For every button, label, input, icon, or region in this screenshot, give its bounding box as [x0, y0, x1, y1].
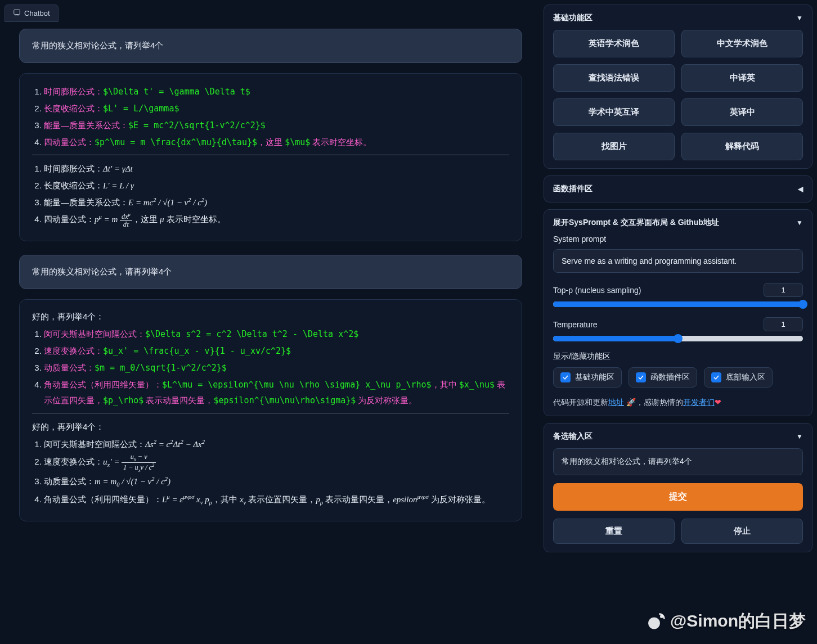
topp-slider: Top-p (nucleus sampling) 1 — [553, 283, 803, 307]
panel-header[interactable]: 函数插件区 ◀ — [553, 184, 803, 194]
panel-header[interactable]: 备选输入区 ▼ — [553, 431, 803, 442]
user-text: 常用的狭义相对论公式，请再列举4个 — [32, 267, 172, 276]
button-grid: 英语学术润色 中文学术润色 查找语法错误 中译英 学术中英互译 英译中 找图片 … — [553, 30, 803, 160]
bot-rendered-block: 好的，再列举4个： 闵可夫斯基时空间隔公式：Δs2 = c2Δt2 − Δx2 … — [32, 419, 509, 508]
repo-link[interactable]: 地址 — [608, 398, 624, 407]
formula-latex: $m = m_0/\sqrt{1-v^2/c^2}$ — [95, 363, 227, 373]
checkbox-label: 底部输入区 — [726, 372, 765, 382]
checkbox-icon — [711, 372, 721, 382]
formula-latex: $L' = L/\gamma$ — [103, 103, 179, 114]
formula-label: 长度收缩公式： — [44, 103, 103, 113]
fn-button[interactable]: 英语学术润色 — [553, 30, 675, 57]
formula-latex: $L^\mu = \epsilon^{\mu \nu \rho \sigma} … — [162, 380, 432, 390]
panel-title: 函数插件区 — [553, 184, 592, 194]
system-prompt-label: System prompt — [553, 235, 803, 244]
slider-track[interactable] — [553, 336, 803, 341]
chat-tab-label: Chatbot — [24, 9, 50, 17]
checkbox-icon — [636, 372, 646, 382]
formula-label: 动质量公式： — [44, 363, 95, 372]
fn-button[interactable]: 查找语法错误 — [553, 64, 675, 92]
checkbox-input[interactable]: 底部输入区 — [704, 367, 773, 388]
chat-pane: Chatbot 常用的狭义相对论公式，请列举4个 时间膨胀公式：$\Delta … — [5, 4, 537, 640]
plugin-panel: 函数插件区 ◀ — [544, 175, 812, 202]
checkbox-label: 函数插件区 — [650, 372, 690, 382]
bot-source-block: 时间膨胀公式：$\Delta t' = \gamma \Delta t$ 长度收… — [32, 84, 509, 155]
user-text: 常用的狭义相对论公式，请列举4个 — [32, 40, 163, 50]
bot-message: 好的，再列举4个： 闵可夫斯基时空间隔公式：$\Delta s^2 = c^2 … — [19, 299, 522, 521]
stop-button[interactable]: 停止 — [681, 519, 803, 544]
formula-latex: $u_x' = \frac{u_x - v}{1 - u_xv/c^2}$ — [103, 346, 291, 356]
rocket-icon: 🚀 — [626, 398, 636, 407]
chevron-left-icon: ◀ — [798, 185, 803, 193]
formula-label: 能量—质量关系公式： — [44, 120, 128, 130]
fn-button[interactable]: 英译中 — [681, 98, 803, 126]
chevron-down-icon: ▼ — [796, 433, 803, 440]
bot-source-block: 闵可夫斯基时空间隔公式：$\Delta s^2 = c^2 \Delta t^2… — [32, 326, 509, 413]
heart-icon: ❤ — [715, 398, 721, 407]
panel-title: 基础功能区 — [553, 13, 592, 23]
toggle-section-label: 显示/隐藏功能区 — [553, 352, 803, 362]
checkbox-label: 基础功能区 — [575, 372, 614, 382]
fn-button[interactable]: 学术中英互译 — [553, 98, 675, 126]
bot-message: 时间膨胀公式：$\Delta t' = \gamma \Delta t$ 长度收… — [19, 73, 522, 241]
submit-button[interactable]: 提交 — [553, 483, 803, 511]
temperature-slider: Temperature 1 — [553, 317, 803, 341]
formula-latex: $p^\mu = m \frac{dx^\mu}{d\tau}$ — [95, 137, 257, 147]
fn-button[interactable]: 解释代码 — [681, 133, 803, 160]
slider-label: Temperature — [553, 320, 598, 329]
panel-header[interactable]: 基础功能区 ▼ — [553, 13, 803, 23]
slider-fill — [553, 301, 803, 307]
svg-rect-0 — [14, 10, 20, 14]
formula-latex: $\Delta s^2 = c^2 \Delta t^2 - \Delta x^… — [145, 329, 358, 339]
slider-thumb[interactable] — [798, 300, 807, 309]
slider-label: Top-p (nucleus sampling) — [553, 286, 641, 295]
formula-label: 速度变换公式： — [44, 346, 103, 355]
reset-button[interactable]: 重置 — [553, 519, 675, 544]
fn-button[interactable]: 找图片 — [553, 133, 675, 160]
checkbox-plugin[interactable]: 函数插件区 — [629, 367, 697, 388]
formula-label: 闵可夫斯基时空间隔公式： — [44, 329, 145, 339]
system-prompt-input[interactable]: Serve me as a writing and programming as… — [553, 249, 803, 273]
fn-button[interactable]: 中文学术润色 — [681, 30, 803, 57]
slider-fill — [553, 336, 678, 341]
checkbox-basic[interactable]: 基础功能区 — [553, 367, 622, 388]
credits-line: 代码开源和更新地址 🚀，感谢热情的开发者们❤ — [553, 398, 803, 408]
formula-latex: $E = mc^2/\sqrt{1-v^2/c^2}$ — [128, 120, 266, 130]
basic-functions-panel: 基础功能区 ▼ 英语学术润色 中文学术润色 查找语法错误 中译英 学术中英互译 … — [544, 4, 812, 169]
chevron-down-icon: ▼ — [796, 219, 803, 227]
checkbox-icon — [560, 372, 571, 382]
chevron-down-icon: ▼ — [796, 14, 803, 22]
panel-title: 备选输入区 — [553, 431, 592, 442]
formula-label: 四动量公式： — [44, 137, 95, 147]
formula-label: 角动量公式（利用四维矢量）： — [44, 380, 162, 389]
formula-label: 时间膨胀公式： — [44, 87, 103, 96]
sysprompt-panel: 展开SysPrompt & 交互界面布局 & Github地址 ▼ System… — [544, 209, 812, 416]
chat-scroll[interactable]: 常用的狭义相对论公式，请列举4个 时间膨胀公式：$\Delta t' = \ga… — [5, 26, 537, 640]
side-panel: 基础功能区 ▼ 英语学术润色 中文学术润色 查找语法错误 中译英 学术中英互译 … — [544, 4, 812, 640]
slider-value[interactable]: 1 — [764, 283, 803, 297]
user-message: 常用的狭义相对论公式，请再列举4个 — [19, 255, 522, 289]
chat-icon — [13, 8, 21, 18]
fn-button[interactable]: 中译英 — [681, 64, 803, 92]
alt-input-textarea[interactable]: 常用的狭义相对论公式，请再列举4个 — [553, 448, 803, 475]
bot-rendered-block: 时间膨胀公式：Δt' = γΔt 长度收缩公式：L' = L / γ 能量—质量… — [32, 161, 509, 228]
slider-thumb[interactable] — [674, 334, 683, 343]
user-message: 常用的狭义相对论公式，请列举4个 — [19, 29, 522, 63]
slider-track[interactable] — [553, 301, 803, 307]
panel-title: 展开SysPrompt & 交互界面布局 & Github地址 — [553, 218, 719, 228]
bot-intro: 好的，再列举4个： — [32, 309, 509, 324]
panel-header[interactable]: 展开SysPrompt & 交互界面布局 & Github地址 ▼ — [553, 218, 803, 228]
slider-value[interactable]: 1 — [764, 317, 803, 331]
alt-input-panel: 备选输入区 ▼ 常用的狭义相对论公式，请再列举4个 提交 重置 停止 — [544, 423, 812, 552]
checkbox-group: 基础功能区 函数插件区 底部输入区 — [553, 367, 803, 388]
devs-link[interactable]: 开发者们 — [683, 398, 715, 407]
formula-latex: $\Delta t' = \gamma \Delta t$ — [103, 87, 250, 97]
chat-tab[interactable]: Chatbot — [5, 4, 59, 22]
